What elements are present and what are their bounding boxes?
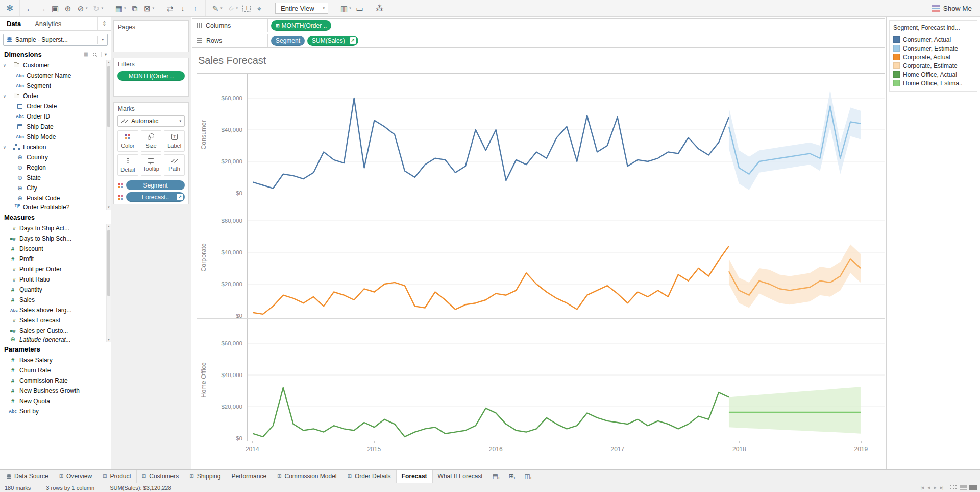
columns-shelf[interactable]: Columns ⊞MONTH(Order .. <box>192 18 885 32</box>
field-order-date[interactable]: Order Date <box>0 101 111 111</box>
color-dots-icon[interactable] <box>117 194 124 200</box>
highlight-button[interactable]: ✎▾ <box>211 5 223 12</box>
field-sales-forecast[interactable]: =#Sales Forecast <box>0 315 111 325</box>
field-days-to-ship-act[interactable]: =#Days to Ship Act... <box>0 223 111 233</box>
shelf-pill-sum-sales[interactable]: SUM(Sales)↗ <box>307 36 358 46</box>
mark-type-selector[interactable]: Automatic ▾ <box>117 115 185 127</box>
new-worksheet-tab[interactable]: ▤+ <box>488 470 505 483</box>
color-dots-icon[interactable] <box>117 182 124 189</box>
sheet-tab-product[interactable]: ⊞Product <box>97 470 137 483</box>
field-base-salary[interactable]: #Base Salary <box>0 355 111 365</box>
share-button[interactable]: ⁂ <box>376 5 384 12</box>
field-city[interactable]: ⊕City <box>0 183 111 193</box>
expander-icon[interactable]: ∨ <box>3 63 10 68</box>
field-profit[interactable]: #Profit <box>0 254 111 264</box>
field-sales-above-targ[interactable]: =AbcSales above Targ... <box>0 305 111 315</box>
legend-item-home-office-estima[interactable]: Home Office, Estima.. <box>893 79 973 87</box>
swap-rows-columns-button[interactable]: ⇄ <box>166 5 174 12</box>
field-sort-by[interactable]: AbcSort by <box>0 406 111 416</box>
previous-sheet-button[interactable]: ◀ <box>927 486 929 490</box>
field-churn-rate[interactable]: #Churn Rate <box>0 365 111 376</box>
legend-item-consumer-actual[interactable]: Consumer, Actual <box>893 35 973 44</box>
sheet-tab-forecast[interactable]: Forecast <box>397 470 433 483</box>
filters-card[interactable]: Filters MONTH(Order .. <box>113 58 189 97</box>
field-sales[interactable]: #Sales <box>0 295 111 305</box>
sheet-tab-customers[interactable]: ⊞Customers <box>137 470 184 483</box>
datasource-selector[interactable]: Sample - Superst... ▾ <box>3 34 108 46</box>
undo-button[interactable]: ← <box>26 5 34 12</box>
tab-data[interactable]: Data <box>0 17 28 30</box>
sort-ascending-button[interactable]: ↓ <box>179 5 187 12</box>
sheet-tab-what-if-forecast[interactable]: What If Forecast <box>433 470 488 483</box>
save-button[interactable]: ▣ <box>51 5 59 12</box>
field-profit-ratio[interactable]: =#Profit Ratio <box>0 274 111 285</box>
rows-shelf[interactable]: Rows SegmentSUM(Sales)↗ <box>192 34 885 48</box>
legend-item-consumer-estimate[interactable]: Consumer, Estimate <box>893 44 973 53</box>
tab-analytics[interactable]: Analytics <box>28 17 68 30</box>
marks-button-tooltip[interactable]: Tooltip <box>141 154 162 176</box>
marks-button-size[interactable]: Size <box>141 130 162 152</box>
field-order[interactable]: ∨Order <box>0 91 111 101</box>
sheet-tab-data-source[interactable]: Data Source <box>2 470 54 483</box>
pause-updates-button[interactable]: ⊘▾ <box>77 5 88 12</box>
sheet-tab-order-details[interactable]: ⊞Order Details <box>342 470 397 483</box>
last-sheet-button[interactable]: ▶| <box>940 486 943 490</box>
field-profit-per-order[interactable]: =#Profit per Order <box>0 264 111 274</box>
show-mark-labels-button[interactable]: ▥▾ <box>340 5 351 12</box>
plot-area-corporate[interactable] <box>247 196 885 318</box>
measures-scrollbar[interactable]: ▲ ▼ <box>106 224 111 342</box>
next-sheet-button[interactable]: ▶ <box>934 486 936 490</box>
field-ship-mode[interactable]: AbcShip Mode <box>0 132 111 142</box>
field-new-business-growth[interactable]: #New Business Growth <box>0 386 111 396</box>
chevron-down-icon[interactable]: ▾ <box>97 36 104 44</box>
view-data-icon[interactable]: ≣ <box>84 51 88 58</box>
sheet-sorter-view-button[interactable] <box>950 485 958 490</box>
shelf-pill-month-order[interactable]: ⊞MONTH(Order .. <box>271 20 331 31</box>
field-commission-rate[interactable]: #Commission Rate <box>0 376 111 386</box>
field-segment[interactable]: AbcSegment <box>0 81 111 91</box>
new-story-tab[interactable]: ◫+ <box>520 470 536 483</box>
color-legend[interactable]: Segment, Forecast ind... Consumer, Actua… <box>889 20 977 92</box>
marks-button-color[interactable]: Color <box>117 130 138 152</box>
new-dashboard-tab[interactable]: ⊞+ <box>505 470 521 483</box>
marks-pill-forecast[interactable]: Forecast..↗ <box>126 192 185 202</box>
current-sheet-view-button[interactable] <box>969 485 977 490</box>
field-new-quota[interactable]: #New Quota <box>0 396 111 406</box>
filter-pill-month-order[interactable]: MONTH(Order .. <box>117 71 185 81</box>
field-order-id[interactable]: AbcOrder ID <box>0 111 111 122</box>
sheet-tab-overview[interactable]: ⊞Overview <box>54 470 97 483</box>
first-sheet-button[interactable]: |◀ <box>921 486 923 490</box>
expander-icon[interactable]: ∨ <box>3 94 10 99</box>
sheet-tab-shipping[interactable]: ⊞Shipping <box>184 470 226 483</box>
search-icon[interactable] <box>93 53 96 56</box>
field-customer[interactable]: ∨Customer <box>0 60 111 71</box>
filmstrip-view-button[interactable] <box>960 485 967 490</box>
field-ship-date[interactable]: Ship Date <box>0 122 111 132</box>
legend-item-home-office-actual[interactable]: Home Office, Actual <box>893 70 973 79</box>
field-latitude-generat[interactable]: ⊕Latitude (generat... <box>0 336 111 342</box>
marks-button-path[interactable]: Path <box>164 154 185 176</box>
field-sales-per-custo[interactable]: =#Sales per Custo... <box>0 325 111 336</box>
text-label-button[interactable]: T <box>242 5 251 12</box>
shelf-pill-segment[interactable]: Segment <box>271 36 305 46</box>
clear-sheet-button[interactable]: ⊠▾ <box>143 5 155 12</box>
marks-button-label[interactable]: Label <box>164 130 185 152</box>
field-discount[interactable]: #Discount <box>0 244 111 254</box>
field-days-to-ship-sch[interactable]: =#Days to Ship Sch... <box>0 233 111 244</box>
field-quantity[interactable]: #Quantity <box>0 285 111 295</box>
pages-card[interactable]: Pages <box>113 20 189 52</box>
sort-descending-button[interactable]: ↑ <box>191 5 200 12</box>
pane-sort-icon[interactable]: ⇕ <box>97 17 111 30</box>
expand-hierarchy-icon[interactable]: ⊞ <box>276 23 280 28</box>
chevron-down-icon[interactable]: ▾ <box>176 116 184 126</box>
chevron-down-icon[interactable]: ▾ <box>101 52 107 57</box>
legend-item-corporate-actual[interactable]: Corporate, Actual <box>893 53 973 61</box>
field-country[interactable]: ⊕Country <box>0 152 111 162</box>
sheet-tab-commission-model[interactable]: ⊞Commission Model <box>272 470 342 483</box>
legend-item-corporate-estimate[interactable]: Corporate, Estimate <box>893 61 973 70</box>
presentation-mode-button[interactable]: ▭ <box>356 5 364 12</box>
tableau-logo-button[interactable]: ✻ <box>6 4 14 13</box>
marks-pill-segment[interactable]: Segment <box>126 180 185 190</box>
fit-selector[interactable]: Entire View▾ <box>275 3 328 14</box>
add-data-button[interactable]: ⊕ <box>64 5 72 12</box>
